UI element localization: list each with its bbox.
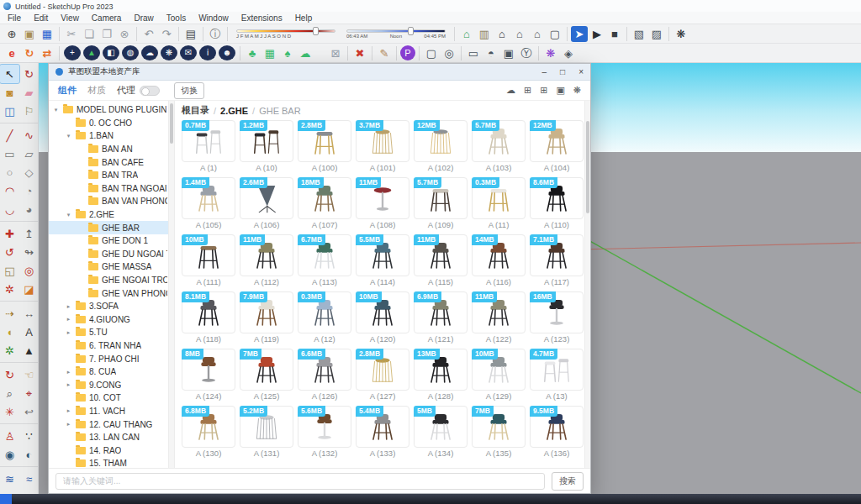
asset-thumbnail[interactable]: 7MB	[240, 349, 293, 391]
tree-item-ghe-ngoai-troi-co[interactable]: GHE NGOAI TROI CO	[49, 274, 174, 287]
shadow-date-slider[interactable]: J F M A M J J A S O N D	[236, 29, 335, 39]
asset-thumbnail[interactable]: 12MB	[414, 120, 467, 162]
section-plane-tool[interactable]: ◪	[19, 280, 39, 298]
grid-scrollbar[interactable]	[584, 101, 590, 468]
menu-camera[interactable]: Camera	[92, 13, 122, 23]
asset-thumbnail[interactable]: 7.9MB	[240, 291, 293, 333]
close-button[interactable]: ×	[578, 67, 584, 76]
chevron-right-icon[interactable]: ▸	[65, 329, 72, 336]
asset-card-a-131[interactable]: 5.2MBA (131)	[240, 406, 293, 458]
open-icon[interactable]: ▣	[21, 26, 38, 42]
sandbox-contours-tool[interactable]: ≋	[0, 470, 19, 488]
asset-card-a-132[interactable]: 5.6MBA (132)	[298, 406, 351, 458]
menu-view[interactable]: View	[61, 13, 79, 23]
asset-card-a-108[interactable]: 11MBA (108)	[356, 177, 409, 229]
tree-item-7-phao-chi[interactable]: 7. PHAO CHI	[49, 352, 174, 365]
play-animation-icon[interactable]: ▶	[589, 26, 605, 42]
sandbox-stamp-tool[interactable]: ≣	[0, 488, 19, 494]
asset-card-a-111[interactable]: 10MBA (111)	[182, 234, 235, 286]
chevron-down-icon[interactable]: ▾	[65, 133, 72, 139]
tree-item-ghe-massa[interactable]: GHE MASSA	[49, 260, 174, 274]
asset-card-a-112[interactable]: 11MBA (112)	[240, 234, 293, 286]
redo-icon[interactable]: ↷	[158, 26, 175, 42]
home-outline-icon[interactable]: ⌂	[529, 26, 546, 42]
tree-item-13-lan-can[interactable]: 13. LAN CAN	[49, 431, 174, 444]
asset-thumbnail[interactable]: 3.7MB	[356, 120, 409, 162]
sync-icon[interactable]: ↻	[21, 45, 38, 61]
axes-helper-tool[interactable]: ✲	[0, 341, 19, 360]
grid-scrollbar-thumb[interactable]	[586, 121, 589, 213]
shadow-date-track[interactable]	[236, 29, 335, 33]
fog-icon[interactable]: ▥	[476, 26, 493, 42]
tree-item-ban-tra-ngoai-troi[interactable]: BAN TRA NGOAI TROI	[49, 182, 174, 196]
tree-item-9-cong[interactable]: ▸9.CONG	[49, 378, 174, 391]
dome-camera-icon[interactable]: ◓	[483, 45, 499, 61]
open-folder-icon[interactable]: ▣	[556, 85, 564, 96]
tree-item-2-ghe[interactable]: ▾2.GHE	[49, 208, 174, 222]
search-button[interactable]: 搜索	[552, 472, 584, 491]
asset-card-a-124[interactable]: 8MBA (124)	[182, 349, 235, 401]
cut-icon[interactable]: ✂	[63, 26, 80, 42]
asset-card-a-118[interactable]: 8.1MBA (118)	[182, 291, 235, 344]
asset-thumbnail[interactable]: 1.4MB	[182, 177, 235, 219]
swap-arrows-icon[interactable]: ⇄	[39, 45, 55, 61]
asset-thumbnail[interactable]: 2.6MB	[240, 177, 293, 219]
mail-icon[interactable]: ✉	[180, 45, 197, 60]
asset-thumbnail[interactable]: 11MB	[472, 291, 526, 333]
asset-card-a-129[interactable]: 10MBA (129)	[472, 349, 526, 401]
rectangle-tool[interactable]: ▭	[0, 144, 19, 163]
video-camera-icon[interactable]: ▭	[465, 45, 482, 61]
asset-thumbnail[interactable]: 5.6MB	[298, 406, 351, 448]
tree-item-ban-an[interactable]: BAN AN	[49, 143, 174, 156]
polygon-tool[interactable]: ◇	[19, 163, 39, 181]
new-icon[interactable]: ⊕	[3, 26, 20, 42]
user-icon[interactable]: ☻	[219, 45, 235, 60]
tree-item-15-tham[interactable]: 15. THAM	[49, 457, 174, 468]
asset-card-a-135[interactable]: 7MBA (135)	[472, 406, 526, 458]
save-icon[interactable]: ▦	[39, 26, 55, 42]
photo-camera-icon[interactable]: ▣	[500, 45, 517, 61]
asset-card-a-101[interactable]: 3.7MBA (101)	[356, 120, 409, 172]
asset-thumbnail[interactable]: 7MB	[472, 406, 526, 448]
menu-edit[interactable]: Edit	[34, 13, 48, 23]
tree-item-12-cau-thang[interactable]: ▸12. CAU THANG	[49, 417, 174, 431]
preferences-gear-icon[interactable]: ❋	[673, 26, 689, 42]
asset-card-a-106[interactable]: 2.6MBA (106)	[240, 177, 293, 229]
line-tool[interactable]: ╱	[0, 126, 19, 144]
asset-thumbnail[interactable]: 4.7MB	[530, 349, 584, 391]
tree-item-3-sofa[interactable]: ▸3.SOFA	[49, 300, 174, 313]
tree-item-6-tran-nha[interactable]: 6. TRAN NHA	[49, 339, 174, 353]
asset-thumbnail[interactable]: 7.1MB	[530, 234, 584, 276]
shadow-time-track[interactable]	[346, 29, 446, 33]
text-tool[interactable]: A	[19, 323, 39, 341]
material-ramp-icon[interactable]: ◧	[103, 45, 119, 60]
scatter-icon[interactable]: ✖	[351, 45, 368, 61]
add-file-icon[interactable]: ⊞	[524, 85, 531, 96]
breadcrumb-folder[interactable]: 2.GHE	[220, 106, 248, 116]
asset-card-a-11[interactable]: 0.3MBA (11)	[472, 177, 526, 229]
look-around-tool[interactable]: ◉	[0, 445, 19, 464]
asset-card-a-10[interactable]: 1.2MBA (10)	[240, 120, 293, 172]
asset-thumbnail[interactable]: 16MB	[530, 291, 584, 333]
zoom-extents-tool[interactable]: ✳	[0, 402, 19, 421]
orbit-view-tool[interactable]: ↻	[0, 365, 19, 384]
stop-animation-icon[interactable]: ■	[606, 26, 623, 42]
asset-card-a-123[interactable]: 16MBA (123)	[530, 291, 584, 344]
asset-card-a-114[interactable]: 5.5MBA (114)	[356, 234, 409, 286]
pan-tool[interactable]: ☜	[19, 365, 39, 384]
rotate-tool[interactable]: ↺	[0, 243, 19, 261]
y-camera-icon[interactable]: Ⓨ	[518, 45, 535, 61]
tree-item-5-tu[interactable]: ▸5.TU	[49, 326, 174, 339]
chevron-right-icon[interactable]: ▸	[65, 421, 72, 428]
axes-tool[interactable]: ✲	[0, 280, 19, 298]
zoom-tool[interactable]: ⌕	[0, 384, 19, 402]
paste-icon[interactable]: ❐	[98, 26, 115, 42]
tree-item-ghe-don-1[interactable]: GHE DON 1	[49, 234, 174, 248]
tree-item-ban-van-phong[interactable]: BAN VAN PHONG	[49, 195, 174, 208]
offset-tool[interactable]: ◎	[19, 261, 39, 280]
paint-bucket-tool[interactable]: ◙	[0, 83, 19, 102]
info-circle-icon[interactable]: i	[199, 45, 216, 60]
eraser-tool[interactable]: ▰	[19, 83, 39, 102]
home-roof-icon[interactable]: ⌂	[511, 26, 528, 42]
label-tool[interactable]: ⚐	[19, 102, 39, 120]
